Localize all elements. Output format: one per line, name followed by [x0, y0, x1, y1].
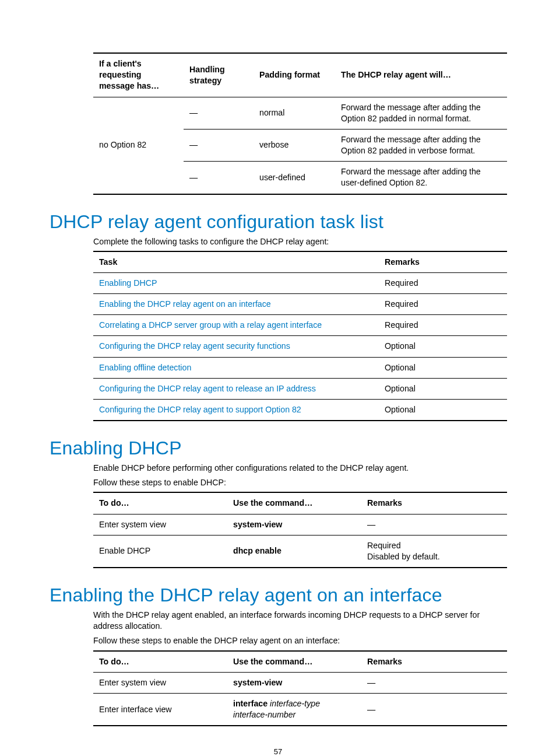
th: Remarks	[361, 492, 507, 514]
task-link[interactable]: Configuring the DHCP relay agent to rele…	[93, 378, 379, 399]
task-link[interactable]: Configuring the DHCP relay agent securit…	[93, 336, 379, 357]
table-option82: If a client's requesting message has… Ha…	[93, 52, 507, 195]
table-task-list: Task Remarks Enabling DHCP Required Enab…	[93, 251, 507, 421]
heading-task-list: DHCP relay agent configuration task list	[50, 211, 506, 233]
task-link[interactable]: Enabling offline detection	[93, 357, 379, 378]
td: —	[184, 129, 254, 161]
p: Enable DHCP before performing other conf…	[93, 463, 506, 474]
td: Forward the message after adding the use…	[335, 162, 507, 194]
th: Task	[93, 251, 379, 273]
td: system-view	[227, 514, 361, 535]
th: To do…	[93, 492, 227, 514]
td: dhcp enable	[227, 535, 361, 568]
p: Follow these steps to enable the DHCP re…	[93, 635, 506, 646]
td: Required	[379, 294, 507, 315]
th: Handling strategy	[184, 53, 254, 97]
td: —	[184, 97, 254, 129]
td: Optional	[379, 399, 507, 421]
td: Forward the message after adding the Opt…	[335, 129, 507, 161]
task-link[interactable]: Configuring the DHCP relay agent to supp…	[93, 399, 379, 421]
task-link[interactable]: Enabling DHCP	[93, 272, 379, 293]
td: —	[361, 514, 507, 535]
td: system-view	[227, 672, 361, 693]
td: —	[361, 693, 507, 726]
td: user-defined	[254, 162, 335, 194]
td: normal	[254, 97, 335, 129]
td: Forward the message after adding the Opt…	[335, 97, 507, 129]
th: Use the command…	[227, 492, 361, 514]
td: no Option 82	[93, 97, 184, 194]
th: Remarks	[361, 651, 507, 673]
span: interface	[233, 699, 268, 708]
td: Enable DHCP	[93, 535, 227, 568]
th: To do…	[93, 651, 227, 673]
table-enable-relay-interface: To do… Use the command… Remarks Enter sy…	[93, 650, 507, 727]
td: Enter system view	[93, 672, 227, 693]
p: Follow these steps to enable DHCP:	[93, 477, 506, 488]
intro-task-list: Complete the following tasks to configur…	[93, 236, 506, 247]
span: interface-type	[270, 699, 320, 708]
heading-enabling-relay-interface: Enabling the DHCP relay agent on an inte…	[50, 584, 506, 606]
th: Padding format	[254, 53, 335, 97]
td: —	[184, 162, 254, 194]
page: If a client's requesting message has… Ha…	[0, 0, 556, 756]
th: If a client's requesting message has…	[93, 53, 184, 97]
td: verbose	[254, 129, 335, 161]
th: The DHCP relay agent will…	[335, 53, 507, 97]
span: Disabled by default.	[367, 552, 440, 561]
span: interface-number	[233, 710, 295, 719]
th: Remarks	[379, 251, 507, 273]
task-link[interactable]: Correlating a DHCP server group with a r…	[93, 315, 379, 336]
task-link[interactable]: Enabling the DHCP relay agent on an inte…	[93, 294, 379, 315]
td: interface interface-type interface-numbe…	[227, 693, 361, 726]
td: Optional	[379, 378, 507, 399]
td: Enter system view	[93, 514, 227, 535]
page-number: 57	[50, 747, 506, 756]
p: With the DHCP relay agent enabled, an in…	[93, 610, 506, 632]
td: Enter interface view	[93, 693, 227, 726]
th: Use the command…	[227, 651, 361, 673]
span: Required	[367, 541, 401, 550]
heading-enabling-dhcp: Enabling DHCP	[50, 438, 506, 459]
table-enable-dhcp: To do… Use the command… Remarks Enter sy…	[93, 492, 507, 568]
td: Optional	[379, 357, 507, 378]
td: Optional	[379, 336, 507, 357]
td: Required	[379, 315, 507, 336]
td: —	[361, 672, 507, 693]
td: Required Disabled by default.	[361, 535, 507, 568]
td: Required	[379, 272, 507, 293]
